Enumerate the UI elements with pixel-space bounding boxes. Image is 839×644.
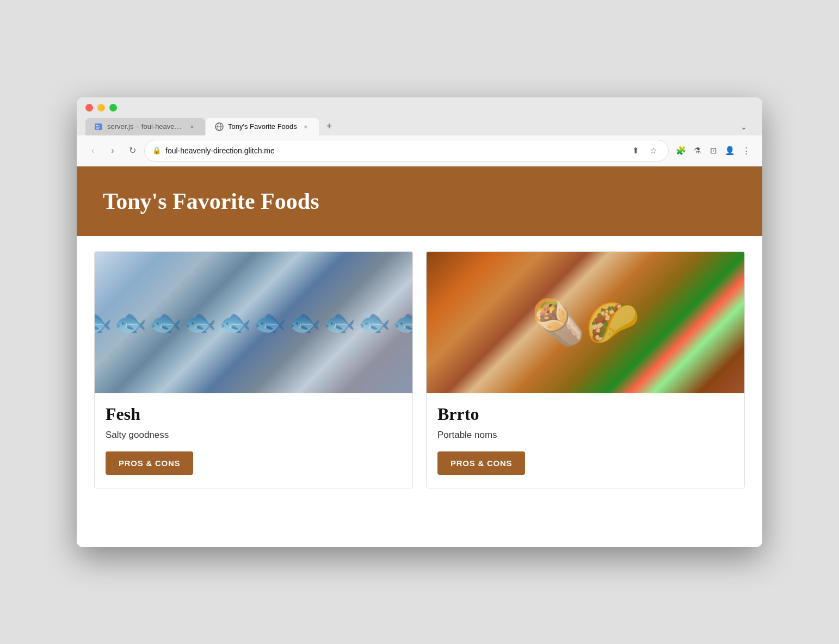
browser-actions: 🧩 ⚗ ⊡ 👤 ⋮ bbox=[673, 143, 754, 158]
tab-server[interactable]: server.js – foul-heavenly-di... × bbox=[85, 118, 205, 135]
tab-tony-close[interactable]: × bbox=[301, 122, 310, 131]
url-text: foul-heavenly-direction.glitch.me bbox=[165, 146, 624, 155]
food-desc-brrto: Portable noms bbox=[437, 430, 733, 441]
star-button[interactable]: ☆ bbox=[645, 143, 661, 158]
food-card-fesh-body: Fesh Salty goodness PROS & CONS bbox=[95, 393, 412, 488]
back-icon: ‹ bbox=[91, 146, 94, 156]
minimize-button[interactable] bbox=[97, 104, 105, 112]
tab-dropdown-button[interactable]: ⌄ bbox=[734, 118, 754, 135]
profile-button[interactable]: 👤 bbox=[722, 143, 737, 158]
forward-icon: › bbox=[111, 146, 114, 156]
address-input[interactable]: 🔒 foul-heavenly-direction.glitch.me ⬆ ☆ bbox=[144, 140, 669, 162]
lock-icon: 🔒 bbox=[152, 146, 161, 154]
back-button[interactable]: ‹ bbox=[85, 143, 101, 158]
pros-cons-button-fesh[interactable]: PROS & CONS bbox=[106, 451, 193, 475]
share-button[interactable]: ⬆ bbox=[628, 143, 643, 158]
extensions-button[interactable]: 🧩 bbox=[673, 143, 688, 158]
fish-image bbox=[95, 252, 412, 393]
svg-rect-2 bbox=[96, 127, 100, 128]
tab-server-close[interactable]: × bbox=[188, 122, 196, 131]
burrito-image bbox=[427, 252, 744, 393]
food-name-brrto: Brrto bbox=[437, 404, 733, 424]
new-tab-button[interactable]: + bbox=[320, 117, 339, 135]
food-grid: Fesh Salty goodness PROS & CONS Brrto Po… bbox=[77, 236, 762, 504]
globe-icon bbox=[215, 122, 224, 131]
address-bar: ‹ › ↻ 🔒 foul-heavenly-direction.glitch.m… bbox=[77, 135, 762, 166]
food-card-brrto-body: Brrto Portable noms PROS & CONS bbox=[427, 393, 744, 488]
reload-button[interactable]: ↻ bbox=[125, 143, 140, 158]
window-controls bbox=[85, 104, 754, 112]
food-name-fesh: Fesh bbox=[106, 404, 402, 424]
page-title: Tony's Favorite Foods bbox=[103, 188, 736, 214]
food-card-fesh: Fesh Salty goodness PROS & CONS bbox=[94, 251, 413, 488]
tabs-row: server.js – foul-heavenly-di... × Tony's… bbox=[85, 117, 754, 135]
menu-button[interactable]: ⋮ bbox=[738, 143, 754, 158]
address-actions: ⬆ ☆ bbox=[628, 143, 661, 158]
food-card-brrto: Brrto Portable noms PROS & CONS bbox=[426, 251, 745, 488]
code-icon bbox=[94, 122, 103, 131]
title-bar: server.js – foul-heavenly-di... × Tony's… bbox=[77, 97, 762, 135]
browser-window: server.js – foul-heavenly-di... × Tony's… bbox=[77, 97, 762, 547]
forward-button[interactable]: › bbox=[105, 143, 120, 158]
maximize-button[interactable] bbox=[109, 104, 117, 112]
close-button[interactable] bbox=[85, 104, 93, 112]
tab-tony-label: Tony's Favorite Foods bbox=[228, 122, 297, 131]
split-button[interactable]: ⊡ bbox=[706, 143, 721, 158]
pros-cons-button-brrto[interactable]: PROS & CONS bbox=[437, 451, 525, 475]
svg-rect-3 bbox=[96, 128, 99, 129]
page-content: Tony's Favorite Foods Fesh Salty goodnes… bbox=[77, 166, 762, 547]
food-desc-fesh: Salty goodness bbox=[106, 430, 402, 441]
reload-icon: ↻ bbox=[129, 145, 136, 156]
page-header: Tony's Favorite Foods bbox=[77, 166, 762, 236]
svg-rect-1 bbox=[96, 125, 98, 126]
flask-button[interactable]: ⚗ bbox=[689, 143, 705, 158]
tab-tony[interactable]: Tony's Favorite Foods × bbox=[206, 118, 319, 135]
tab-server-label: server.js – foul-heavenly-di... bbox=[107, 122, 183, 131]
